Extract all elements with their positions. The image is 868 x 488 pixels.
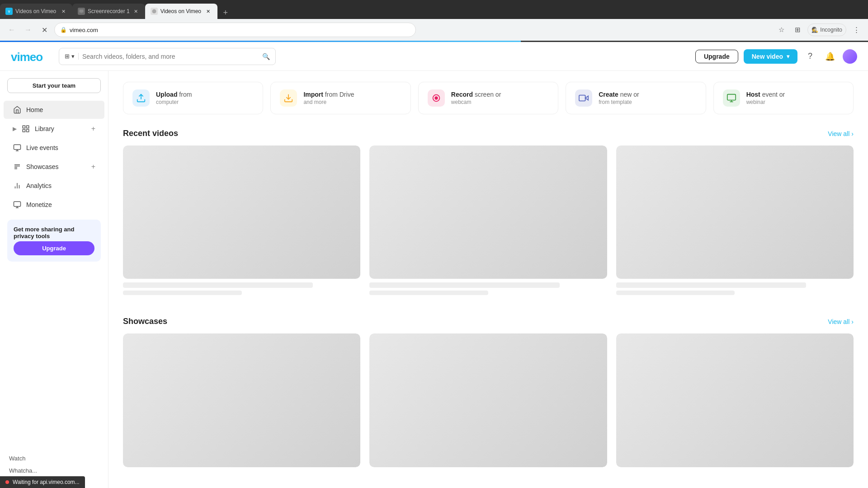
host-card-title: Host event or [746, 91, 785, 98]
video-card-2[interactable] [369, 145, 607, 299]
vimeo-logo[interactable]: vimeo [11, 50, 52, 63]
incognito-label: Incognito [820, 27, 842, 33]
showcases-header: Showcases View all › [123, 317, 854, 326]
menu-button[interactable]: ⋮ [850, 23, 863, 36]
bookmark-button[interactable]: ☆ [775, 23, 788, 36]
upload-icon [132, 89, 150, 107]
import-icon [280, 89, 297, 107]
host-card[interactable]: Host event or webinar [713, 82, 854, 114]
import-card[interactable]: Import from Drive and more [270, 82, 410, 114]
library-add-icon[interactable]: + [91, 125, 95, 133]
svg-point-4 [152, 9, 156, 14]
svg-rect-6 [23, 126, 25, 128]
upload-card-title: Upload from [156, 91, 192, 98]
video-title-skeleton-2 [369, 282, 559, 288]
record-bold: Record [451, 91, 473, 98]
view-all-label: View all [828, 130, 849, 137]
showcase-card-1[interactable] [123, 333, 360, 467]
svg-text:vimeo: vimeo [11, 50, 42, 63]
browser-tab-2[interactable]: Screenrecorder 1 ✕ [72, 4, 145, 19]
library-expand-icon: ▶ [13, 126, 17, 132]
sidebar-upgrade-button[interactable]: Upgrade [14, 241, 94, 255]
recent-videos-header: Recent videos View all › [123, 129, 854, 138]
create-icon [575, 89, 592, 107]
showcase-card-2[interactable] [369, 333, 607, 467]
search-type-dropdown[interactable]: ⊞ ▾ [65, 53, 79, 60]
new-video-button[interactable]: New video ▾ [744, 49, 797, 64]
forward-button[interactable]: → [22, 23, 34, 36]
sidebar-showcases-label: Showcases [26, 163, 87, 170]
tab-2-favicon [78, 8, 85, 15]
notification-button[interactable]: 🔔 [823, 49, 837, 64]
record-card-text: Record screen or webcam [451, 91, 501, 105]
address-bar[interactable]: 🔒 vimeo.com [54, 23, 416, 37]
monetize-icon [13, 200, 22, 209]
sidebar-item-monetize[interactable]: Monetize [4, 196, 104, 214]
svg-point-20 [435, 97, 438, 99]
showcase-thumb-3 [616, 333, 854, 467]
incognito-indicator: 🕵 Incognito [807, 23, 846, 36]
search-input[interactable] [82, 53, 259, 60]
svg-rect-23 [727, 94, 735, 100]
svg-rect-7 [27, 126, 29, 128]
search-bar[interactable]: ⊞ ▾ 🔍 [59, 48, 276, 65]
sidebar-item-live-events[interactable]: Live events [4, 139, 104, 157]
showcases-icon [13, 162, 22, 171]
showcases-title: Showcases [123, 317, 167, 326]
sidebar-item-analytics[interactable]: Analytics [4, 177, 104, 195]
extension-button[interactable]: ⊞ [791, 23, 804, 36]
start-team-button[interactable]: Start your team [7, 78, 101, 93]
sidebar-item-home[interactable]: Home [4, 101, 104, 119]
host-normal: event or [762, 91, 785, 98]
toolbar-right: ☆ ⊞ 🕵 Incognito ⋮ [775, 23, 863, 36]
showcase-thumb-2 [369, 333, 607, 467]
sidebar-home-label: Home [26, 106, 95, 113]
upload-bold: Upload [156, 91, 177, 98]
upload-card[interactable]: Upload from computer [123, 82, 263, 114]
tab-3-close[interactable]: ✕ [205, 8, 212, 15]
browser-tab-3[interactable]: Videos on Vimeo ✕ [145, 4, 217, 19]
svg-rect-8 [23, 130, 25, 132]
svg-marker-21 [585, 96, 588, 100]
new-tab-button[interactable]: + [219, 6, 232, 19]
upgrade-button[interactable]: Upgrade [695, 50, 738, 63]
recent-videos-view-all[interactable]: View all › [828, 130, 854, 137]
video-title-skeleton-3 [616, 282, 806, 288]
avatar[interactable] [843, 49, 857, 64]
import-card-title: Import from Drive [303, 91, 354, 98]
host-icon [723, 89, 740, 107]
help-button[interactable]: ? [803, 49, 817, 64]
svg-rect-3 [81, 13, 82, 13]
sidebar-item-library[interactable]: ▶ Library + [4, 120, 104, 138]
recent-videos-title: Recent videos [123, 129, 178, 138]
svg-rect-16 [14, 202, 21, 206]
showcases-view-all-chevron-icon: › [851, 318, 854, 325]
video-card-3[interactable] [616, 145, 854, 299]
new-video-label: New video [752, 53, 783, 60]
svg-rect-2 [80, 9, 84, 13]
reload-button[interactable]: ✕ [38, 23, 51, 36]
upgrade-box-title: Get more sharing and privacy tools [14, 226, 94, 239]
showcase-thumb-1 [123, 333, 360, 467]
new-video-chevron: ▾ [787, 53, 789, 60]
tab-1-close[interactable]: ✕ [60, 8, 67, 15]
record-card[interactable]: Record screen or webcam [418, 82, 558, 114]
video-meta-skeleton-2 [369, 291, 488, 295]
tab-3-favicon [151, 8, 158, 15]
view-all-chevron-icon: › [851, 130, 854, 137]
record-card-title: Record screen or [451, 91, 501, 98]
showcase-card-3[interactable] [616, 333, 854, 467]
video-card-1[interactable] [123, 145, 360, 299]
sidebar-bottom-whatcha[interactable]: Whatcha... [9, 465, 99, 477]
tab-3-title: Videos on Vimeo [160, 8, 202, 14]
tab-2-close[interactable]: ✕ [132, 8, 140, 15]
browser-tab-1[interactable]: V Videos on Vimeo ✕ [0, 4, 72, 19]
search-icon: 🔍 [262, 53, 270, 60]
sidebar-upgrade-box: Get more sharing and privacy tools Upgra… [7, 220, 101, 262]
sidebar-item-showcases[interactable]: Showcases + [4, 158, 104, 176]
showcases-view-all[interactable]: View all › [828, 318, 854, 325]
back-button[interactable]: ← [5, 23, 18, 36]
sidebar-bottom-watch[interactable]: Watch [9, 452, 99, 465]
create-card[interactable]: Create new or from template [566, 82, 706, 114]
showcases-add-icon[interactable]: + [91, 163, 95, 171]
